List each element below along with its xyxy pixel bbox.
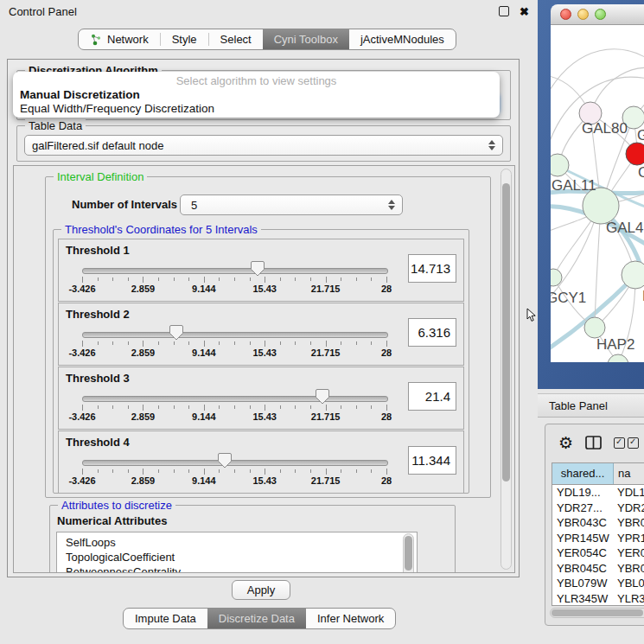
slider-track[interactable] (82, 460, 388, 466)
combo-stepper-icon (388, 200, 395, 210)
threshold-panel-1: Threshold 1-3.4262.8599.14415.4321.71528… (58, 239, 464, 302)
slider-scale-labels: -3.4262.8599.14415.4321.71528 (82, 411, 386, 422)
tab-select[interactable]: Select (209, 29, 263, 49)
threshold-panel-4: Threshold 4-3.4262.8599.14415.4321.71528… (58, 430, 464, 494)
tab-style[interactable]: Style (161, 29, 208, 49)
tab-label: Network (107, 33, 149, 46)
table-row[interactable]: YDL19...YDL1 (552, 485, 644, 501)
settings-gear-icon[interactable]: ⚙ (558, 435, 573, 451)
table-row[interactable]: YDR27...YDR2 (552, 501, 644, 516)
bottom-tab-infer-network[interactable]: Infer Network (306, 609, 395, 628)
slider-thumb[interactable] (316, 388, 329, 405)
table-row[interactable]: YLR345WYLR3 (552, 591, 644, 607)
cell-shared-name: YDR27... (552, 501, 613, 516)
table-panel: ⚙ shared... na YDL19...YDL1YDR27...YDR2Y… (545, 424, 644, 626)
attribute-list-item[interactable]: BetweennessCentrality (66, 564, 417, 573)
combo-stepper-icon (488, 140, 495, 150)
table-row[interactable]: YPR145WYPR1 (552, 531, 644, 546)
node-label: C (638, 164, 644, 181)
table-horizontal-scrollbar[interactable] (550, 608, 644, 618)
network-node[interactable] (608, 354, 628, 362)
network-icon (90, 34, 102, 46)
cell-shared-name: YBR045C (552, 561, 613, 577)
columns-view-icon[interactable] (585, 436, 602, 450)
slider-ticks (82, 341, 386, 347)
network-node[interactable] (584, 317, 605, 338)
network-window-titlebar[interactable] (551, 4, 644, 25)
slider-track[interactable] (82, 268, 388, 274)
cell-shared-name: YER054C (552, 545, 613, 561)
network-canvas[interactable]: GAL80GALCGAL11GAL4GCY1HHAP2 (551, 25, 644, 362)
table-header-row: shared... na (552, 463, 644, 485)
tab-label: Cyni Toolbox (274, 33, 338, 46)
numerical-attributes-label: Numerical Attributes (57, 514, 167, 527)
attribute-list-item[interactable]: SelfLoops (66, 535, 417, 550)
network-node[interactable] (551, 269, 562, 286)
dropdown-placeholder-option[interactable]: Select algorithm to view settings (13, 74, 500, 88)
node-label: GAL80 (582, 120, 628, 137)
bottom-tab-label: Infer Network (317, 612, 384, 625)
threshold-value-field[interactable]: 21.4 (408, 382, 456, 411)
threshold-panel-2: Threshold 2-3.4262.8599.14415.4321.71528… (58, 303, 464, 366)
close-icon[interactable]: ✖ (520, 5, 529, 18)
num-intervals-combo[interactable]: 5 (180, 194, 403, 215)
interval-definition-groupbox: Interval Definition Number of Intervals … (45, 176, 491, 498)
table-row[interactable]: YBR045CYBR0 (552, 561, 644, 577)
network-node[interactable] (551, 154, 569, 176)
bottom-tab-impute-data[interactable]: Impute Data (124, 609, 207, 628)
table-row[interactable]: YBL079WYBL0 (552, 576, 644, 591)
threshold-label: Threshold 3 (66, 372, 130, 385)
numerical-attributes-list[interactable]: SelfLoopsTopologicalCoefficientBetweenne… (56, 532, 418, 573)
slider-ticks (82, 277, 386, 283)
tab-label: Select (220, 33, 252, 46)
threshold-value-field[interactable]: 11.344 (408, 446, 456, 475)
tab-network[interactable]: Network (79, 29, 160, 49)
column-header-name[interactable]: na (614, 463, 644, 484)
table-row[interactable]: YBR043CYBR0 (552, 515, 644, 531)
close-traffic-light-icon[interactable] (560, 9, 571, 20)
float-window-icon[interactable] (499, 6, 509, 16)
slider-track[interactable] (82, 396, 388, 402)
column-header-shared-name[interactable]: shared... (552, 463, 614, 484)
slider-thumb[interactable] (251, 260, 265, 277)
cell-name: YPR1 (613, 531, 644, 546)
cyni-toolbox-content: Discretization Algorithm Select algorith… (7, 59, 520, 577)
slider-ticks (82, 469, 386, 475)
apply-button[interactable]: Apply (232, 580, 290, 600)
tab-label: Style (172, 33, 197, 46)
minimize-traffic-light-icon[interactable] (577, 9, 589, 20)
tab-cyni-toolbox[interactable]: Cyni Toolbox (263, 29, 349, 49)
zoom-traffic-light-icon[interactable] (595, 9, 606, 20)
threshold-label: Threshold 1 (66, 244, 130, 257)
select-all-checkbox-icon[interactable] (614, 437, 625, 449)
network-edge[interactable] (551, 49, 644, 94)
table-row[interactable]: YER054CYER0 (552, 545, 644, 561)
table-data-groupbox: Table Data galFiltered.sif default node (16, 125, 511, 162)
attribute-list-item[interactable]: TopologicalCoefficient (66, 550, 417, 564)
threshold-value-field[interactable]: 6.316 (408, 318, 456, 347)
slider-thumb[interactable] (218, 452, 232, 469)
settings-scrollbar[interactable] (501, 169, 512, 570)
slider-track[interactable] (82, 332, 388, 338)
thresholds-groupbox: Threshold's Coordinates for 5 Intervals … (53, 229, 469, 494)
slider-thumb[interactable] (169, 324, 183, 341)
threshold-value-field[interactable]: 14.713 (408, 254, 456, 283)
dropdown-option-equal-width-frequency-discretization[interactable]: Equal Width/Frequency Discretization (13, 102, 500, 116)
attributes-groupbox: Attributes to discretize Numerical Attri… (49, 505, 456, 573)
slider-scale-labels: -3.4262.8599.14415.4321.71528 (82, 475, 386, 486)
table-toolbar: ⚙ (545, 424, 639, 461)
bottom-tab-discretize-data[interactable]: Discretize Data (207, 609, 306, 628)
table-data-combo[interactable]: galFiltered.sif default node (24, 135, 503, 156)
threshold-panel-3: Threshold 3-3.4262.8599.14415.4321.71528… (58, 367, 464, 430)
tab-jactivemnodules[interactable]: jActiveMNodules (349, 29, 456, 49)
settings-scrollpane: Interval Definition Number of Intervals … (13, 165, 515, 573)
network-node[interactable] (626, 143, 644, 165)
bottom-tab-label: Impute Data (135, 612, 196, 625)
network-node[interactable] (622, 261, 644, 289)
select-none-checkbox-icon[interactable] (628, 437, 639, 449)
dropdown-option-manual-discretization[interactable]: Manual Discretization (13, 88, 500, 102)
cell-shared-name: YPR145W (552, 531, 613, 546)
cell-name: YDR2 (613, 501, 644, 516)
control-panel: Control Panel ✖ NetworkStyleSelectCyni T… (0, 0, 538, 644)
attributes-list-scrollbar[interactable] (403, 533, 414, 573)
